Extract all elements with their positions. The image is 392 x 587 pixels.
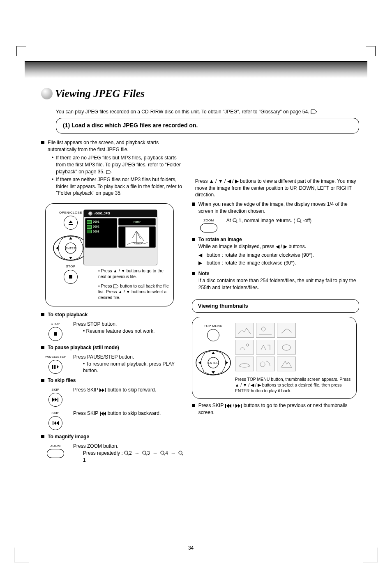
- thumbnail: [235, 357, 254, 371]
- svg-line-24: [300, 221, 301, 223]
- tag-icon: [113, 284, 119, 288]
- skip-forward-icon: [235, 404, 242, 408]
- svg-rect-6: [52, 365, 53, 369]
- dpad-control-2[interactable]: ENTER: [195, 349, 232, 377]
- step-1-callout: (1) Load a disc which JPEG files are rec…: [56, 118, 359, 134]
- svg-rect-32: [225, 404, 226, 408]
- thumbnails-subhead: Viewing thumbnails: [192, 299, 359, 313]
- preview-image: [118, 226, 156, 248]
- skip-forward-button[interactable]: [48, 393, 62, 407]
- skip-backward-icon: [52, 421, 59, 425]
- block-rotate: To rotate an image While an image is dis…: [192, 236, 359, 268]
- svg-rect-5: [54, 332, 57, 336]
- svg-rect-12: [100, 412, 101, 416]
- skip-forward-icon: [99, 388, 106, 392]
- zoom-button[interactable]: [47, 449, 64, 458]
- thumbnail: [277, 340, 296, 355]
- thumb-caption: Press TOP MENU button, thumbnails screen…: [235, 376, 352, 394]
- svg-rect-33: [241, 404, 242, 408]
- svg-rect-9: [58, 398, 58, 402]
- remote-and-screen-panel: OPEN/CLOSE ENTER: [45, 203, 174, 306]
- disc-icon: [88, 212, 92, 216]
- panel-caption-2: • Press button to call back the file lis…: [98, 283, 169, 301]
- file-row: 0002: [86, 224, 116, 229]
- header-banner: [25, 61, 367, 78]
- thumbnail: [256, 340, 275, 355]
- svg-text:ENTER: ENTER: [65, 247, 76, 250]
- svg-rect-10: [105, 388, 106, 392]
- thumbnail: [277, 357, 296, 371]
- svg-point-30: [282, 345, 291, 350]
- svg-rect-8: [55, 365, 56, 369]
- magnify-icon: [178, 451, 183, 456]
- svg-point-15: [143, 451, 146, 454]
- panel-caption-1: • Press ▲ / ▼ buttons to go to the next …: [98, 268, 169, 279]
- magnify-icon: [233, 218, 238, 223]
- magnify-icon: [142, 451, 147, 456]
- page-title-row: Viewing JPEG Files: [41, 86, 359, 101]
- zoom-button-2[interactable]: [200, 223, 217, 232]
- block-pause: To pause playback (still mode): [41, 344, 184, 351]
- file-row: 0001: [86, 219, 116, 224]
- file-list: 0001 0002 0003: [85, 218, 117, 248]
- svg-point-19: [179, 451, 182, 454]
- skip-forward-icon: [52, 398, 59, 402]
- stop-button-2[interactable]: [48, 327, 62, 341]
- svg-point-28: [261, 327, 265, 331]
- skip-backward-icon: [225, 404, 231, 408]
- svg-line-20: [182, 454, 183, 455]
- intro-text: You can play JPEG files recorded on a CD…: [56, 108, 359, 115]
- svg-line-14: [127, 454, 129, 455]
- pause-step-label: PAUSE/STEP: [41, 355, 70, 359]
- skip-backward-button[interactable]: [48, 416, 62, 430]
- svg-line-18: [164, 454, 165, 455]
- skip-backward-icon: [99, 412, 106, 416]
- skip-fwd-label: SKIP: [41, 387, 70, 392]
- thumbnail: [256, 357, 275, 371]
- svg-point-29: [246, 344, 249, 346]
- zoom-sequence: Press repeatedly : 2 → 3 → 4 → 1: [83, 450, 184, 464]
- eject-icon: [68, 220, 74, 226]
- skip-back-label: SKIP: [41, 411, 70, 415]
- tag-icon: [106, 170, 112, 174]
- svg-line-16: [145, 454, 147, 455]
- top-menu-button[interactable]: [207, 329, 219, 341]
- stop-label-2: STOP: [41, 322, 70, 326]
- pause-step-button[interactable]: [48, 360, 62, 374]
- block-skip: To skip files: [41, 377, 184, 384]
- magnify-icon: [297, 218, 302, 223]
- svg-rect-11: [53, 421, 53, 425]
- svg-point-31: [260, 362, 265, 367]
- page-title: Viewing JPEG Files: [55, 86, 145, 101]
- svg-line-22: [236, 221, 237, 223]
- open-close-button[interactable]: [64, 216, 78, 230]
- thumbnail-grid: [235, 323, 352, 371]
- block-zoom-return: When you reach the edge of the image, th…: [192, 201, 359, 215]
- file-list-screen: /0001.JPG 0001 0002 0003 Filter: [83, 209, 157, 265]
- thumbnail: [256, 323, 275, 338]
- file-row: 0003: [86, 229, 116, 234]
- page-number: 34: [188, 545, 194, 552]
- svg-point-21: [233, 219, 236, 222]
- block-zoom: To magnify image: [41, 433, 184, 440]
- block-note: Note If a disc contains more than 254 fo…: [192, 270, 359, 291]
- block-scroll-image: Press ▲ / ▼ / ◀ / ▶ buttons to view a di…: [189, 178, 359, 198]
- left-block-1: File list appears on the screen, and pla…: [41, 139, 184, 198]
- block-stop: To stop playback: [41, 311, 184, 318]
- stop-button[interactable]: [64, 270, 78, 284]
- stop-icon: [69, 275, 73, 279]
- svg-rect-3: [69, 275, 72, 279]
- block-thumb-skip: Press SKIP / buttons to go to the previo…: [192, 402, 359, 416]
- thumbnail: [235, 323, 254, 338]
- svg-text:ENTER: ENTER: [208, 361, 219, 364]
- thumbnail: [277, 323, 296, 338]
- zoom-label-2: ZOOM: [194, 218, 223, 223]
- magnify-icon: [160, 451, 165, 456]
- svg-point-17: [161, 451, 164, 454]
- svg-point-23: [297, 219, 300, 222]
- svg-rect-7: [54, 365, 55, 369]
- zoom-label: ZOOM: [41, 444, 70, 448]
- thumbnail: [235, 340, 254, 355]
- svg-point-13: [125, 451, 128, 454]
- screen-path: /0001.JPG: [95, 211, 110, 216]
